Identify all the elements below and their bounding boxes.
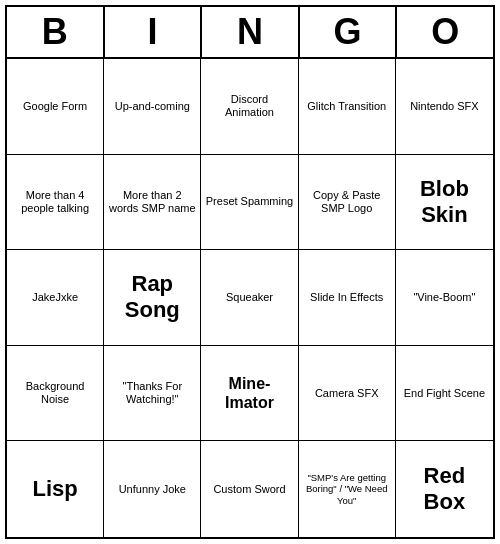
cell-0[interactable]: Google Form (7, 59, 104, 155)
cell-18[interactable]: Camera SFX (299, 346, 396, 442)
cell-10[interactable]: JakeJxke (7, 250, 104, 346)
header-i: I (105, 7, 203, 57)
bingo-card: B I N G O Google Form Up-and-coming Disc… (5, 5, 495, 539)
header-b: B (7, 7, 105, 57)
cell-22[interactable]: Custom Sword (201, 441, 298, 537)
cell-14[interactable]: "Vine-Boom" (396, 250, 493, 346)
cell-5[interactable]: More than 4 people talking (7, 155, 104, 251)
cell-2[interactable]: Discord Animation (201, 59, 298, 155)
cell-20[interactable]: Lisp (7, 441, 104, 537)
cell-8[interactable]: Copy & Paste SMP Logo (299, 155, 396, 251)
header-n: N (202, 7, 300, 57)
cell-4[interactable]: Nintendo SFX (396, 59, 493, 155)
cell-15[interactable]: Background Noise (7, 346, 104, 442)
cell-1[interactable]: Up-and-coming (104, 59, 201, 155)
cell-19[interactable]: End Fight Scene (396, 346, 493, 442)
cell-17[interactable]: Mine-Imator (201, 346, 298, 442)
cell-24[interactable]: Red Box (396, 441, 493, 537)
bingo-header: B I N G O (7, 7, 493, 59)
cell-7[interactable]: Preset Spamming (201, 155, 298, 251)
cell-11[interactable]: Rap Song (104, 250, 201, 346)
cell-12[interactable]: Squeaker (201, 250, 298, 346)
bingo-grid: Google Form Up-and-coming Discord Animat… (7, 59, 493, 537)
header-o: O (397, 7, 493, 57)
cell-13[interactable]: Slide In Effects (299, 250, 396, 346)
cell-16[interactable]: "Thanks For Watching!" (104, 346, 201, 442)
cell-9[interactable]: Blob Skin (396, 155, 493, 251)
cell-21[interactable]: Unfunny Joke (104, 441, 201, 537)
cell-6[interactable]: More than 2 words SMP name (104, 155, 201, 251)
cell-23[interactable]: "SMP's Are getting Boring" / "We Need Yo… (299, 441, 396, 537)
cell-3[interactable]: Glitch Transition (299, 59, 396, 155)
header-g: G (300, 7, 398, 57)
